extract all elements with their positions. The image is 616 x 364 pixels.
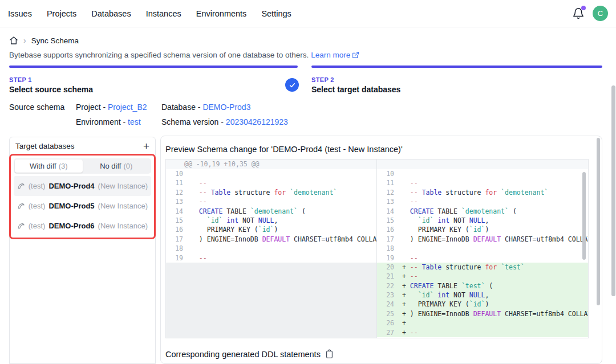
- db-instance-tag: (New Instance): [98, 182, 148, 190]
- nav-item-settings[interactable]: Settings: [261, 9, 291, 18]
- diff-line: 19 --: [377, 253, 588, 263]
- diff-line-number: 11: [377, 178, 402, 187]
- diff-line-number: 14: [166, 207, 191, 216]
- diff-line: 13 --: [166, 197, 376, 206]
- nav-items: IssuesProjectsDatabasesInstancesEnvironm…: [8, 9, 291, 18]
- diff-hunk-header: @@ -10,19 +10,35 @@: [166, 159, 376, 169]
- add-target-database-button[interactable]: +: [143, 141, 149, 152]
- ddl-statements-title: Corresponding generated DDL statements: [165, 350, 321, 359]
- diff-line-number: 26: [377, 318, 402, 328]
- diff-line: 18: [166, 244, 376, 253]
- schema-version-link[interactable]: 20230426121923: [226, 117, 288, 126]
- diff-line-number: 16: [377, 225, 402, 234]
- nav-item-databases[interactable]: Databases: [91, 9, 131, 18]
- diff-line: 22+ CREATE TABLE `test` (: [377, 281, 588, 291]
- diff-line-number: 17: [166, 235, 191, 244]
- target-databases-title: Target databases: [15, 142, 75, 150]
- diff-left-filler: [166, 263, 376, 338]
- diff-line: 16 PRIMARY KEY (`id`): [377, 225, 588, 234]
- environment-link[interactable]: test: [128, 117, 141, 126]
- top-nav: IssuesProjectsDatabasesInstancesEnvironm…: [0, 0, 616, 27]
- diff-line-number: 15: [377, 216, 402, 225]
- diff-line-code: --: [402, 197, 588, 206]
- target-databases-panel: Target databases + With diff (3) No diff…: [9, 137, 156, 364]
- diff-line-number: 12: [166, 188, 191, 197]
- diff-line: 13 --: [377, 197, 588, 206]
- card-scrollbar[interactable]: [597, 138, 600, 305]
- diff-line: 15 `id` int NOT NULL,: [377, 216, 588, 225]
- diff-line-code: --: [191, 197, 376, 206]
- db-instance-tag: (New Instance): [98, 202, 148, 210]
- diff-line-code: ) ENGINE=InnoDB DEFAULT CHARSET=utf8mb4 …: [402, 235, 588, 244]
- copy-ddl-button[interactable]: [325, 349, 334, 359]
- learn-more-link[interactable]: Learn more: [311, 51, 359, 59]
- source-schema-label: Source schema: [9, 103, 64, 112]
- diff-line-number: 16: [166, 225, 191, 234]
- schema-diff-viewer: @@ -10,19 +10,35 @@ 10 11 --12 -- Table …: [165, 159, 589, 338]
- diff-scrollbar[interactable]: [582, 172, 586, 260]
- nav-item-projects[interactable]: Projects: [47, 9, 76, 18]
- target-database-row[interactable]: (test) DEMO-Prod5 (New Instance): [14, 196, 151, 216]
- diff-line-code: CREATE TABLE `demotenant` (: [191, 207, 376, 216]
- project-link[interactable]: Project_B2: [108, 103, 147, 112]
- diff-line-number: 15: [166, 216, 191, 225]
- diff-line-number: 27: [377, 328, 402, 337]
- diff-line-number: 10: [166, 169, 191, 178]
- diff-line-code: + -- Table structure for `test`: [402, 263, 588, 272]
- diff-line-number: 21: [377, 272, 402, 281]
- notification-dot: [581, 6, 586, 10]
- diff-line: 12 -- Table structure for `demotenant`: [166, 188, 376, 197]
- diff-line: 10: [166, 169, 376, 178]
- diff-line: 21+ --: [377, 272, 588, 281]
- diff-line-number: 10: [377, 169, 402, 178]
- tab-with-diff[interactable]: With diff (3): [15, 159, 83, 173]
- diff-line-code: + CREATE TABLE `test` (: [402, 281, 588, 291]
- target-database-row[interactable]: (test) DEMO-Prod6 (New Instance): [14, 216, 151, 236]
- nav-right: C: [572, 6, 608, 21]
- diff-line-number: 11: [166, 178, 191, 187]
- nav-item-environments[interactable]: Environments: [196, 9, 247, 18]
- diff-line: 23+ `id` int NOT NULL,: [377, 291, 588, 300]
- db-environment: (test): [29, 182, 46, 190]
- step1-complete-badge: [285, 78, 299, 92]
- diff-line-code: + `id` int NOT NULL,: [402, 291, 588, 300]
- diff-line-code: ) ENGINE=InnoDB DEFAULT CHARSET=utf8mb4 …: [191, 235, 376, 244]
- diff-line-number: 24: [377, 300, 402, 309]
- sync-schema-page: IssuesProjectsDatabasesInstancesEnvironm…: [0, 0, 616, 364]
- diff-line: 17 ) ENGINE=InnoDB DEFAULT CHARSET=utf8m…: [377, 235, 588, 244]
- diff-line-number: 19: [377, 253, 402, 263]
- database-link[interactable]: DEMO-Prod3: [202, 103, 250, 112]
- db-name: DEMO-Prod6: [48, 222, 94, 230]
- intro-text: Bytebase supports synchronizing a specif…: [9, 51, 359, 59]
- db-instance-tag: (New Instance): [98, 222, 148, 230]
- diff-line-number: 13: [166, 197, 191, 206]
- diff-line: 11 --: [377, 178, 588, 187]
- diff-line-code: +: [402, 318, 588, 328]
- mysql-dolphin-icon: [17, 222, 25, 230]
- nav-item-issues[interactable]: Issues: [8, 9, 32, 18]
- diff-line-code: `id` int NOT NULL,: [402, 216, 588, 225]
- diff-line: 14 CREATE TABLE `demotenant` (: [377, 207, 588, 216]
- diff-right-rows: 10 11 --12 -- Table structure for `demot…: [377, 169, 588, 337]
- diff-line-number: 22: [377, 281, 402, 291]
- diff-left-rows: 10 11 --12 -- Table structure for `demot…: [166, 169, 376, 263]
- avatar[interactable]: C: [593, 6, 608, 21]
- page-title: Sync Schema: [31, 36, 79, 45]
- notifications-button[interactable]: [572, 7, 585, 20]
- preview-card: Preview Schema change for 'DEMO-Prod4 (t…: [160, 136, 602, 364]
- step2-progress-bar: [311, 66, 602, 68]
- diff-line-number: 20: [377, 263, 402, 272]
- window-scrollbar[interactable]: [611, 85, 615, 296]
- db-environment: (test): [29, 222, 46, 230]
- diff-line-code: [402, 169, 588, 178]
- diff-line-code: [402, 244, 588, 253]
- diff-line: 10: [377, 169, 588, 178]
- field-schema-version: Schema version - 20230426121923: [161, 117, 288, 126]
- target-selection-highlight: With diff (3) No diff (0) (test) DEMO-Pr…: [9, 154, 156, 239]
- diff-line-number: 23: [377, 291, 402, 300]
- target-database-row[interactable]: (test) DEMO-Prod4 (New Instance): [14, 176, 151, 196]
- diff-line: 18: [377, 244, 588, 253]
- home-icon[interactable]: [9, 36, 18, 45]
- nav-item-instances[interactable]: Instances: [146, 9, 181, 18]
- tab-no-diff[interactable]: No diff (0): [83, 159, 151, 173]
